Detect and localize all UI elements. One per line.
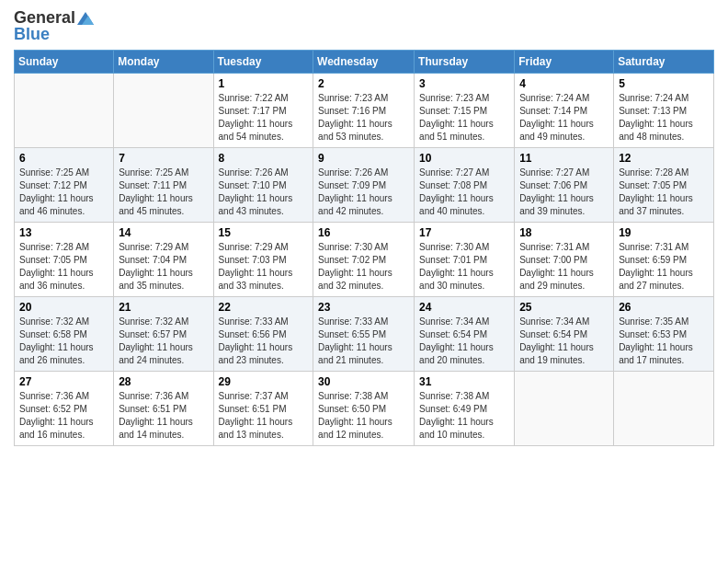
day-info: Sunrise: 7:33 AM Sunset: 6:56 PM Dayligh… (219, 316, 309, 367)
calendar-cell: 22Sunrise: 7:33 AM Sunset: 6:56 PM Dayli… (213, 296, 313, 371)
day-number: 25 (519, 301, 609, 314)
calendar-cell: 12Sunrise: 7:28 AM Sunset: 7:05 PM Dayli… (614, 147, 714, 222)
calendar-cell: 6Sunrise: 7:25 AM Sunset: 7:12 PM Daylig… (15, 147, 114, 222)
day-number: 19 (619, 226, 709, 239)
weekday-header-thursday: Thursday (415, 50, 515, 73)
calendar-cell (114, 73, 213, 147)
day-number: 29 (219, 375, 309, 388)
day-number: 31 (419, 375, 509, 388)
calendar-week-row: 13Sunrise: 7:28 AM Sunset: 7:05 PM Dayli… (15, 222, 714, 296)
day-info: Sunrise: 7:26 AM Sunset: 7:10 PM Dayligh… (219, 167, 309, 218)
day-number: 13 (19, 226, 108, 239)
calendar-cell: 23Sunrise: 7:33 AM Sunset: 6:55 PM Dayli… (313, 296, 415, 371)
calendar-cell: 30Sunrise: 7:38 AM Sunset: 6:50 PM Dayli… (313, 371, 415, 445)
day-number: 30 (318, 375, 409, 388)
day-number: 3 (419, 77, 509, 90)
day-info: Sunrise: 7:24 AM Sunset: 7:14 PM Dayligh… (519, 92, 609, 144)
day-number: 10 (419, 152, 509, 165)
calendar-week-row: 27Sunrise: 7:36 AM Sunset: 6:52 PM Dayli… (15, 371, 714, 445)
calendar-cell: 21Sunrise: 7:32 AM Sunset: 6:57 PM Dayli… (114, 296, 213, 371)
weekday-header-sunday: Sunday (15, 50, 114, 73)
day-info: Sunrise: 7:25 AM Sunset: 7:11 PM Dayligh… (119, 167, 208, 218)
day-number: 5 (619, 77, 709, 90)
day-info: Sunrise: 7:22 AM Sunset: 7:17 PM Dayligh… (219, 92, 309, 144)
calendar-cell: 10Sunrise: 7:27 AM Sunset: 7:08 PM Dayli… (415, 147, 515, 222)
day-info: Sunrise: 7:28 AM Sunset: 7:05 PM Dayligh… (19, 241, 108, 293)
day-info: Sunrise: 7:33 AM Sunset: 6:55 PM Dayligh… (318, 316, 409, 367)
day-info: Sunrise: 7:24 AM Sunset: 7:13 PM Dayligh… (619, 92, 709, 144)
day-info: Sunrise: 7:29 AM Sunset: 7:04 PM Dayligh… (119, 241, 208, 293)
day-info: Sunrise: 7:34 AM Sunset: 6:54 PM Dayligh… (519, 316, 609, 367)
day-info: Sunrise: 7:26 AM Sunset: 7:09 PM Dayligh… (318, 167, 409, 218)
day-info: Sunrise: 7:23 AM Sunset: 7:16 PM Dayligh… (318, 92, 409, 144)
calendar-cell: 4Sunrise: 7:24 AM Sunset: 7:14 PM Daylig… (515, 73, 614, 147)
day-number: 22 (219, 301, 309, 314)
calendar-cell: 7Sunrise: 7:25 AM Sunset: 7:11 PM Daylig… (114, 147, 213, 222)
calendar-cell: 29Sunrise: 7:37 AM Sunset: 6:51 PM Dayli… (213, 371, 313, 445)
day-number: 16 (318, 226, 409, 239)
calendar-table: SundayMondayTuesdayWednesdayThursdayFrid… (14, 50, 714, 446)
logo: General Blue (14, 9, 94, 44)
calendar-cell: 13Sunrise: 7:28 AM Sunset: 7:05 PM Dayli… (15, 222, 114, 296)
page: General Blue SundayMondayTuesdayWednesda… (0, 0, 728, 460)
weekday-header-friday: Friday (515, 50, 614, 73)
calendar-cell: 5Sunrise: 7:24 AM Sunset: 7:13 PM Daylig… (614, 73, 714, 147)
calendar-week-row: 20Sunrise: 7:32 AM Sunset: 6:58 PM Dayli… (15, 296, 714, 371)
day-number: 21 (119, 301, 208, 314)
day-info: Sunrise: 7:37 AM Sunset: 6:51 PM Dayligh… (219, 390, 309, 442)
day-info: Sunrise: 7:36 AM Sunset: 6:51 PM Dayligh… (119, 390, 208, 442)
day-info: Sunrise: 7:34 AM Sunset: 6:54 PM Dayligh… (419, 316, 509, 367)
day-info: Sunrise: 7:31 AM Sunset: 6:59 PM Dayligh… (619, 241, 709, 293)
day-info: Sunrise: 7:38 AM Sunset: 6:49 PM Dayligh… (419, 390, 509, 442)
calendar-cell: 1Sunrise: 7:22 AM Sunset: 7:17 PM Daylig… (213, 73, 313, 147)
calendar-cell: 8Sunrise: 7:26 AM Sunset: 7:10 PM Daylig… (213, 147, 313, 222)
weekday-header-wednesday: Wednesday (313, 50, 415, 73)
calendar-cell: 15Sunrise: 7:29 AM Sunset: 7:03 PM Dayli… (213, 222, 313, 296)
day-number: 26 (619, 301, 709, 314)
day-info: Sunrise: 7:38 AM Sunset: 6:50 PM Dayligh… (318, 390, 409, 442)
day-number: 8 (219, 152, 309, 165)
calendar-cell (15, 73, 114, 147)
day-info: Sunrise: 7:23 AM Sunset: 7:15 PM Dayligh… (419, 92, 509, 144)
calendar-cell: 11Sunrise: 7:27 AM Sunset: 7:06 PM Dayli… (515, 147, 614, 222)
day-number: 20 (19, 301, 108, 314)
day-number: 23 (318, 301, 409, 314)
day-number: 2 (318, 77, 409, 90)
day-number: 12 (619, 152, 709, 165)
day-info: Sunrise: 7:28 AM Sunset: 7:05 PM Dayligh… (619, 167, 709, 218)
day-number: 6 (19, 152, 108, 165)
calendar-cell: 27Sunrise: 7:36 AM Sunset: 6:52 PM Dayli… (15, 371, 114, 445)
day-number: 24 (419, 301, 509, 314)
day-info: Sunrise: 7:32 AM Sunset: 6:57 PM Dayligh… (119, 316, 208, 367)
day-info: Sunrise: 7:25 AM Sunset: 7:12 PM Dayligh… (19, 167, 108, 218)
logo-icon (77, 12, 94, 25)
calendar-cell: 9Sunrise: 7:26 AM Sunset: 7:09 PM Daylig… (313, 147, 415, 222)
calendar-cell: 17Sunrise: 7:30 AM Sunset: 7:01 PM Dayli… (415, 222, 515, 296)
calendar-cell: 31Sunrise: 7:38 AM Sunset: 6:49 PM Dayli… (415, 371, 515, 445)
calendar-cell (515, 371, 614, 445)
day-number: 15 (219, 226, 309, 239)
weekday-header-saturday: Saturday (614, 50, 714, 73)
day-number: 7 (119, 152, 208, 165)
day-info: Sunrise: 7:30 AM Sunset: 7:01 PM Dayligh… (419, 241, 509, 293)
header: General Blue (14, 9, 714, 44)
calendar-cell: 26Sunrise: 7:35 AM Sunset: 6:53 PM Dayli… (614, 296, 714, 371)
day-info: Sunrise: 7:30 AM Sunset: 7:02 PM Dayligh… (318, 241, 409, 293)
day-number: 1 (219, 77, 309, 90)
day-number: 18 (519, 226, 609, 239)
day-number: 27 (19, 375, 108, 388)
calendar-cell: 25Sunrise: 7:34 AM Sunset: 6:54 PM Dayli… (515, 296, 614, 371)
day-number: 9 (318, 152, 409, 165)
calendar-cell: 24Sunrise: 7:34 AM Sunset: 6:54 PM Dayli… (415, 296, 515, 371)
day-info: Sunrise: 7:27 AM Sunset: 7:08 PM Dayligh… (419, 167, 509, 218)
day-info: Sunrise: 7:32 AM Sunset: 6:58 PM Dayligh… (19, 316, 108, 367)
calendar-cell: 18Sunrise: 7:31 AM Sunset: 7:00 PM Dayli… (515, 222, 614, 296)
weekday-header-tuesday: Tuesday (213, 50, 313, 73)
calendar-cell: 19Sunrise: 7:31 AM Sunset: 6:59 PM Dayli… (614, 222, 714, 296)
weekday-header-row: SundayMondayTuesdayWednesdayThursdayFrid… (15, 50, 714, 73)
calendar-week-row: 6Sunrise: 7:25 AM Sunset: 7:12 PM Daylig… (15, 147, 714, 222)
day-number: 4 (519, 77, 609, 90)
calendar-cell (614, 371, 714, 445)
calendar-cell: 2Sunrise: 7:23 AM Sunset: 7:16 PM Daylig… (313, 73, 415, 147)
weekday-header-monday: Monday (114, 50, 213, 73)
